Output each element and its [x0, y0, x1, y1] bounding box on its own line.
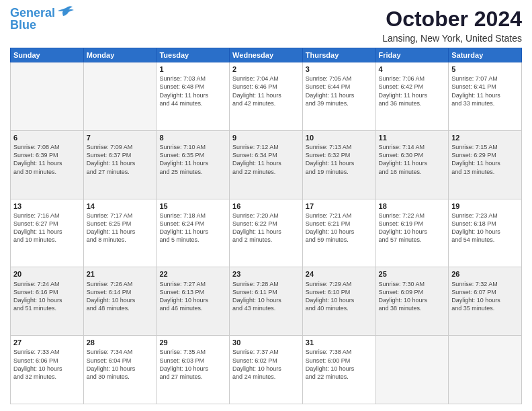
day-number: 24 — [306, 269, 373, 279]
calendar-cell: 24Sunrise: 7:29 AM Sunset: 6:10 PM Dayli… — [302, 267, 375, 336]
day-number: 4 — [379, 64, 446, 74]
day-number: 6 — [13, 133, 81, 142]
calendar-cell: 11Sunrise: 7:14 AM Sunset: 6:30 PM Dayli… — [375, 130, 449, 199]
day-info: Sunrise: 7:06 AM Sunset: 6:42 PM Dayligh… — [379, 75, 446, 107]
calendar-row: 6Sunrise: 7:08 AM Sunset: 6:39 PM Daylig… — [11, 130, 522, 199]
day-info: Sunrise: 7:12 AM Sunset: 6:34 PM Dayligh… — [232, 143, 300, 176]
day-number: 23 — [232, 269, 300, 279]
weekday-header-friday: Friday — [375, 48, 449, 62]
day-info: Sunrise: 7:09 AM Sunset: 6:37 PM Dayligh… — [87, 143, 154, 176]
day-number: 28 — [87, 338, 154, 347]
calendar-cell: 15Sunrise: 7:18 AM Sunset: 6:24 PM Dayli… — [157, 199, 230, 267]
weekday-header-saturday: Saturday — [449, 48, 522, 62]
day-number: 12 — [451, 133, 519, 142]
day-info: Sunrise: 7:24 AM Sunset: 6:16 PM Dayligh… — [13, 280, 81, 313]
calendar-cell: 12Sunrise: 7:15 AM Sunset: 6:29 PM Dayli… — [449, 130, 522, 199]
logo-text: General Blue — [10, 7, 55, 31]
day-number: 25 — [379, 269, 446, 279]
calendar-cell: 29Sunrise: 7:35 AM Sunset: 6:03 PM Dayli… — [157, 336, 230, 404]
day-number: 15 — [159, 201, 226, 211]
weekday-header-sunday: Sunday — [11, 48, 84, 62]
day-info: Sunrise: 7:18 AM Sunset: 6:24 PM Dayligh… — [159, 212, 226, 244]
calendar-cell: 23Sunrise: 7:28 AM Sunset: 6:11 PM Dayli… — [230, 267, 303, 336]
day-number: 17 — [306, 201, 373, 211]
day-number: 22 — [159, 269, 226, 279]
calendar-cell: 7Sunrise: 7:09 AM Sunset: 6:37 PM Daylig… — [83, 130, 157, 199]
calendar-cell: 26Sunrise: 7:32 AM Sunset: 6:07 PM Dayli… — [449, 267, 522, 336]
weekday-header-row: SundayMondayTuesdayWednesdayThursdayFrid… — [11, 48, 522, 62]
calendar-page: General Blue October 2024 Lansing, New Y… — [0, 0, 532, 411]
calendar-table: SundayMondayTuesdayWednesdayThursdayFrid… — [10, 48, 522, 404]
day-number: 26 — [451, 269, 519, 279]
day-info: Sunrise: 7:38 AM Sunset: 6:00 PM Dayligh… — [306, 348, 373, 381]
calendar-cell: 18Sunrise: 7:22 AM Sunset: 6:19 PM Dayli… — [375, 199, 449, 267]
day-info: Sunrise: 7:16 AM Sunset: 6:27 PM Dayligh… — [13, 212, 81, 244]
day-info: Sunrise: 7:10 AM Sunset: 6:35 PM Dayligh… — [159, 143, 226, 176]
calendar-cell: 6Sunrise: 7:08 AM Sunset: 6:39 PM Daylig… — [11, 130, 84, 199]
day-info: Sunrise: 7:13 AM Sunset: 6:32 PM Dayligh… — [306, 143, 373, 176]
calendar-cell: 31Sunrise: 7:38 AM Sunset: 6:00 PM Dayli… — [302, 336, 375, 404]
day-info: Sunrise: 7:15 AM Sunset: 6:29 PM Dayligh… — [451, 143, 519, 176]
calendar-row: 1Sunrise: 7:03 AM Sunset: 6:48 PM Daylig… — [11, 62, 522, 131]
weekday-header-wednesday: Wednesday — [230, 48, 303, 62]
calendar-cell: 5Sunrise: 7:07 AM Sunset: 6:41 PM Daylig… — [449, 62, 522, 131]
calendar-cell: 19Sunrise: 7:23 AM Sunset: 6:18 PM Dayli… — [449, 199, 522, 267]
calendar-cell: 16Sunrise: 7:20 AM Sunset: 6:22 PM Dayli… — [230, 199, 303, 267]
day-number: 7 — [87, 133, 154, 142]
day-number: 5 — [451, 64, 519, 74]
weekday-header-thursday: Thursday — [302, 48, 375, 62]
day-number: 27 — [13, 338, 81, 347]
day-info: Sunrise: 7:04 AM Sunset: 6:46 PM Dayligh… — [232, 75, 300, 107]
calendar-cell: 1Sunrise: 7:03 AM Sunset: 6:48 PM Daylig… — [157, 62, 230, 131]
day-info: Sunrise: 7:30 AM Sunset: 6:09 PM Dayligh… — [379, 280, 446, 313]
day-info: Sunrise: 7:22 AM Sunset: 6:19 PM Dayligh… — [379, 212, 446, 244]
calendar-cell: 28Sunrise: 7:34 AM Sunset: 6:04 PM Dayli… — [83, 336, 157, 404]
day-info: Sunrise: 7:08 AM Sunset: 6:39 PM Dayligh… — [13, 143, 81, 176]
calendar-cell: 10Sunrise: 7:13 AM Sunset: 6:32 PM Dayli… — [302, 130, 375, 199]
month-title: October 2024 — [382, 7, 522, 32]
location: Lansing, New York, United States — [382, 33, 522, 44]
day-number: 20 — [13, 269, 81, 279]
day-info: Sunrise: 7:37 AM Sunset: 6:02 PM Dayligh… — [232, 348, 300, 381]
day-number: 10 — [306, 133, 373, 142]
day-number: 1 — [159, 64, 226, 74]
day-number: 31 — [306, 338, 373, 347]
calendar-cell: 2Sunrise: 7:04 AM Sunset: 6:46 PM Daylig… — [230, 62, 303, 131]
calendar-cell: 3Sunrise: 7:05 AM Sunset: 6:44 PM Daylig… — [302, 62, 375, 131]
day-number: 29 — [159, 338, 226, 347]
day-info: Sunrise: 7:34 AM Sunset: 6:04 PM Dayligh… — [87, 348, 154, 381]
logo-bird-icon — [56, 5, 75, 20]
day-info: Sunrise: 7:26 AM Sunset: 6:14 PM Dayligh… — [87, 280, 154, 313]
calendar-cell — [375, 336, 449, 404]
day-number: 2 — [232, 64, 300, 74]
calendar-cell — [11, 62, 84, 131]
day-info: Sunrise: 7:32 AM Sunset: 6:07 PM Dayligh… — [451, 280, 519, 313]
day-info: Sunrise: 7:29 AM Sunset: 6:10 PM Dayligh… — [306, 280, 373, 313]
calendar-cell: 8Sunrise: 7:10 AM Sunset: 6:35 PM Daylig… — [157, 130, 230, 199]
calendar-cell: 13Sunrise: 7:16 AM Sunset: 6:27 PM Dayli… — [11, 199, 84, 267]
logo-general: General — [10, 6, 55, 19]
day-number: 30 — [232, 338, 300, 347]
logo-blue: Blue — [10, 18, 36, 32]
calendar-cell: 21Sunrise: 7:26 AM Sunset: 6:14 PM Dayli… — [83, 267, 157, 336]
calendar-cell: 22Sunrise: 7:27 AM Sunset: 6:13 PM Dayli… — [157, 267, 230, 336]
day-number: 16 — [232, 201, 300, 211]
day-info: Sunrise: 7:21 AM Sunset: 6:21 PM Dayligh… — [306, 212, 373, 244]
header: General Blue October 2024 Lansing, New Y… — [10, 7, 522, 44]
logo: General Blue — [10, 7, 75, 31]
calendar-cell — [449, 336, 522, 404]
day-number: 8 — [159, 133, 226, 142]
calendar-cell: 25Sunrise: 7:30 AM Sunset: 6:09 PM Dayli… — [375, 267, 449, 336]
day-info: Sunrise: 7:33 AM Sunset: 6:06 PM Dayligh… — [13, 348, 81, 381]
day-info: Sunrise: 7:27 AM Sunset: 6:13 PM Dayligh… — [159, 280, 226, 313]
day-number: 3 — [306, 64, 373, 74]
day-number: 18 — [379, 201, 446, 211]
day-info: Sunrise: 7:05 AM Sunset: 6:44 PM Dayligh… — [306, 75, 373, 107]
day-info: Sunrise: 7:14 AM Sunset: 6:30 PM Dayligh… — [379, 143, 446, 176]
day-number: 13 — [13, 201, 81, 211]
weekday-header-monday: Monday — [83, 48, 157, 62]
title-area: October 2024 Lansing, New York, United S… — [382, 7, 522, 44]
calendar-row: 13Sunrise: 7:16 AM Sunset: 6:27 PM Dayli… — [11, 199, 522, 267]
day-info: Sunrise: 7:03 AM Sunset: 6:48 PM Dayligh… — [159, 75, 226, 107]
calendar-row: 20Sunrise: 7:24 AM Sunset: 6:16 PM Dayli… — [11, 267, 522, 336]
